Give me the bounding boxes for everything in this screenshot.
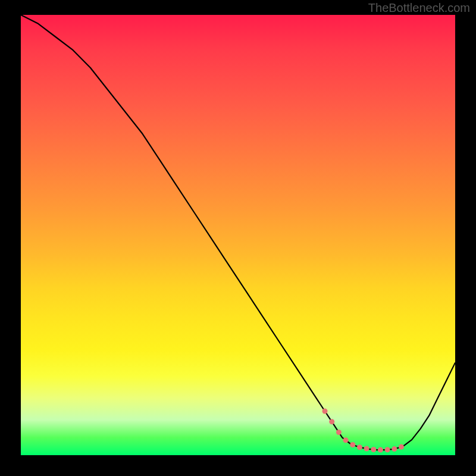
highlight-dot xyxy=(350,442,355,447)
highlight-dot xyxy=(329,419,334,424)
attribution-text: TheBottleneck.com xyxy=(368,1,470,15)
highlight-dot xyxy=(357,444,362,450)
highlight-dot xyxy=(364,446,369,452)
bottleneck-curve-line xyxy=(21,15,455,450)
highlight-dot xyxy=(322,409,328,414)
highlight-dot xyxy=(385,447,390,452)
highlight-dot xyxy=(371,447,376,452)
optimal-zone-markers xyxy=(322,409,405,453)
bottleneck-curve-svg xyxy=(21,15,455,455)
highlight-dot xyxy=(343,437,349,443)
highlight-dot xyxy=(392,446,397,452)
chart-plot-area xyxy=(21,15,455,455)
highlight-dot xyxy=(378,447,383,453)
highlight-dot xyxy=(399,444,404,450)
highlight-dot xyxy=(336,430,342,435)
